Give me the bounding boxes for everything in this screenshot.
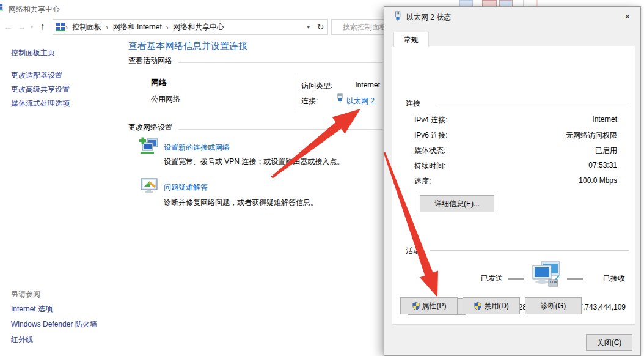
- ipv6-value: 无网络访问权限: [566, 130, 617, 141]
- active-networks-label: 查看活动网络: [128, 56, 172, 66]
- group-divider: [436, 103, 629, 103]
- section-divider: [178, 129, 382, 130]
- connector-line: [508, 278, 524, 280]
- connector-line: [567, 278, 583, 280]
- diagnose-button[interactable]: 诊断(G): [525, 297, 582, 314]
- group-divider: [430, 250, 629, 251]
- duration-value: 07:53:31: [588, 161, 617, 169]
- status-row-ipv4: IPv4 连接: Internet: [414, 115, 617, 125]
- duration-label: 持续时间:: [414, 161, 445, 171]
- sidebar-item-internet-options[interactable]: Internet 选项: [11, 304, 53, 314]
- details-button[interactable]: 详细信息(E)...: [420, 195, 494, 212]
- address-dropdown-icon[interactable]: ▾: [307, 24, 310, 30]
- close-button-label: 关闭(C): [597, 338, 622, 348]
- properties-button-label: 属性(P): [422, 301, 447, 311]
- annotation-arrow-to-ethernet-link: [271, 109, 360, 179]
- sidebar-item-media-streaming-options[interactable]: 媒体流式处理选项: [11, 98, 70, 109]
- ethernet-icon: [337, 93, 343, 103]
- page-title: 查看基本网络信息并设置连接: [128, 40, 247, 52]
- breadcrumb-item-control-panel[interactable]: 控制面板: [68, 22, 106, 32]
- section-divider: [178, 62, 382, 63]
- media-state-label: 媒体状态:: [414, 146, 445, 156]
- disable-button[interactable]: 禁用(D): [463, 297, 520, 314]
- close-icon[interactable]: ×: [614, 7, 641, 25]
- speed-label: 速度:: [414, 176, 431, 187]
- breadcrumb: › 控制面板 › 网络和 Internet › 网络和共享中心 ▾: [53, 19, 314, 35]
- sidebar-item-infrared[interactable]: 红外线: [11, 335, 33, 345]
- network-icon: [56, 22, 65, 32]
- ipv4-value: Internet: [592, 115, 617, 124]
- troubleshoot-desc: 诊断并修复网络问题，或者获得疑难解答信息。: [164, 198, 318, 208]
- network-name: 网络: [151, 77, 167, 88]
- tab-general[interactable]: 常规: [393, 32, 429, 47]
- ethernet-2-link[interactable]: 以太网 2: [346, 96, 375, 106]
- ethernet-icon: [394, 11, 401, 21]
- setup-new-connection-link[interactable]: 设置新的连接或网络: [164, 143, 230, 153]
- troubleshoot-link[interactable]: 问题疑难解答: [164, 182, 208, 193]
- speed-value: 100.0 Mbps: [579, 176, 617, 185]
- see-also-label: 另请参阅: [11, 289, 40, 300]
- breadcrumb-item-network-internet[interactable]: 网络和 Internet: [109, 22, 166, 32]
- activity-group-label: 活动: [406, 246, 420, 256]
- disable-button-label: 禁用(D): [484, 301, 509, 311]
- history-chevron-icon[interactable]: ▾: [31, 24, 33, 30]
- ipv6-label: IPv6 连接:: [414, 130, 448, 141]
- forward-icon[interactable]: →: [17, 22, 26, 31]
- diagnose-button-label: 诊断(G): [541, 301, 566, 311]
- status-row-ipv6: IPv6 连接: 无网络访问权限: [414, 130, 617, 140]
- troubleshoot-icon: [139, 177, 159, 196]
- media-state-value: 已启用: [595, 146, 617, 156]
- sidebar-item-control-panel-home[interactable]: 控制面板主页: [11, 48, 55, 58]
- uac-shield-icon: [474, 302, 482, 311]
- breadcrumb-item-network-sharing-center[interactable]: 网络和共享中心: [169, 22, 229, 32]
- connections-label: 连接:: [301, 96, 318, 106]
- status-row-duration: 持续时间: 07:53:31: [414, 161, 617, 171]
- received-label: 已接收: [603, 273, 625, 284]
- tab-general-label: 常规: [404, 35, 419, 45]
- setup-new-connection-desc: 设置宽带、拨号或 VPN 连接；或设置路由器或接入点。: [164, 157, 344, 167]
- sidebar-item-windows-defender-firewall[interactable]: Windows Defender 防火墙: [11, 319, 97, 330]
- window-icon: [0, 3, 3, 12]
- sidebar-item-change-advanced-sharing[interactable]: 更改高级共享设置: [11, 84, 70, 95]
- refresh-icon: ↻: [317, 22, 324, 32]
- properties-button[interactable]: 属性(P): [400, 297, 458, 314]
- access-type-value: Internet: [319, 81, 380, 89]
- window-title: 网络和共享中心: [9, 4, 60, 15]
- network-profile: 公用网络: [151, 94, 180, 105]
- dialog-tab-page: 连接 IPv4 连接: Internet IPv6 连接: 无网络访问权限 媒体…: [392, 46, 635, 325]
- column-divider: [295, 75, 295, 110]
- setup-connection-icon: [139, 137, 159, 155]
- dialog-title: 以太网 2 状态: [406, 12, 451, 23]
- status-row-speed: 速度: 100.0 Mbps: [414, 176, 617, 186]
- ipv4-label: IPv4 连接:: [414, 115, 448, 125]
- refresh-button[interactable]: ↻: [313, 19, 328, 35]
- status-row-media-state: 媒体状态: 已启用: [414, 146, 617, 155]
- details-button-label: 详细信息(E)...: [434, 199, 480, 209]
- computer-activity-icon: [528, 261, 562, 291]
- change-settings-label: 更改网络设置: [128, 122, 172, 133]
- uac-shield-icon: [412, 302, 420, 311]
- sent-label: 已发送: [481, 273, 503, 284]
- back-icon[interactable]: ←: [4, 22, 13, 31]
- ethernet-status-dialog: 以太网 2 状态 × 常规 连接 IPv4 连接: Internet IPv6 …: [384, 6, 641, 356]
- close-button[interactable]: 关闭(C): [586, 334, 632, 351]
- screen: 网络和共享中心 ← → ▾ ↑ › 控制面板 › 网络和 Internet › …: [0, 0, 644, 356]
- sidebar-item-change-adapter-settings[interactable]: 更改适配器设置: [11, 70, 62, 81]
- up-icon[interactable]: ↑: [40, 21, 45, 31]
- connection-group-label: 连接: [406, 98, 420, 109]
